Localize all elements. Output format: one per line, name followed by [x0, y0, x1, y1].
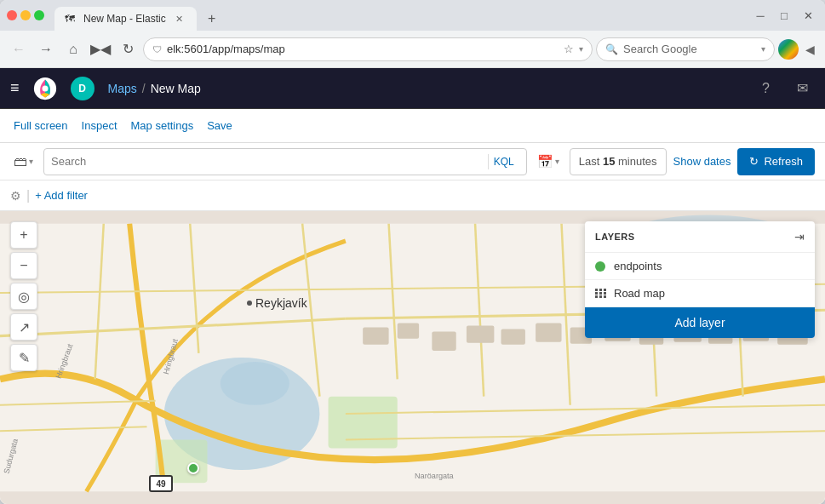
breadcrumb: Maps / New Map	[108, 82, 201, 95]
svg-rect-27	[501, 329, 525, 345]
bookmark-button[interactable]: ☆	[564, 43, 574, 55]
close-win-button[interactable]: ✕	[798, 5, 818, 26]
search-bar[interactable]: 🔍 Search Google ▾	[596, 37, 775, 61]
kibana-logo	[33, 77, 57, 100]
svg-rect-6	[329, 397, 398, 449]
search-input[interactable]	[51, 155, 479, 168]
back-button[interactable]: ←	[7, 37, 31, 61]
nav-extra-button[interactable]: ◀	[802, 39, 818, 60]
show-dates-button[interactable]: Show dates	[673, 155, 731, 168]
restore-win-button[interactable]: □	[774, 5, 794, 26]
calendar-icon: 📅	[537, 154, 553, 169]
query-bar: 🗃 ▾ KQL 📅 ▾ Last 15 minutes Show dates ↻…	[0, 143, 825, 180]
road-map-layer-name: Road map	[614, 287, 665, 300]
kibana-header: ≡ D Maps / New Map ? ✉	[0, 68, 825, 109]
browser-tab[interactable]: 🗺 New Map - Elastic ✕	[54, 7, 197, 31]
refresh-icon: ↻	[749, 155, 759, 168]
breadcrumb-current: New Map	[151, 82, 201, 95]
address-dropdown-button[interactable]: ▾	[579, 44, 583, 54]
refresh-label: Refresh	[764, 155, 803, 168]
title-bar: 🗺 New Map - Elastic ✕ + ─ □ ✕	[0, 0, 825, 31]
search-dropdown-button[interactable]: ▾	[761, 44, 765, 54]
new-tab-button[interactable]: +	[200, 7, 224, 31]
svg-point-1	[42, 85, 48, 91]
add-filter-button[interactable]: + Add filter	[35, 189, 88, 202]
map-settings-link[interactable]: Map settings	[131, 119, 194, 132]
time-filter[interactable]: Last 15 minutes	[570, 148, 667, 175]
mail-icon-button[interactable]: ✉	[790, 77, 815, 100]
map-controls: + − ◎ ↗ ✎	[10, 221, 37, 371]
refresh-button[interactable]: ↻ Refresh	[737, 148, 815, 175]
user-badge[interactable]: D	[71, 77, 95, 100]
breadcrumb-maps-link[interactable]: Maps	[108, 82, 137, 95]
zoom-in-button[interactable]: +	[10, 221, 37, 249]
inspect-link[interactable]: Inspect	[82, 119, 117, 132]
app-content: ≡ D Maps / New Map ? ✉ Full	[0, 68, 825, 504]
security-icon: 🛡	[152, 44, 162, 54]
calendar-dropdown[interactable]: 📅 ▾	[534, 151, 563, 173]
minimize-win-button[interactable]: ─	[750, 5, 771, 26]
window-controls	[7, 10, 44, 20]
reload-button[interactable]: ↻	[116, 37, 140, 61]
filter-icon: ⚙	[10, 189, 21, 203]
nav-bar: ← → ⌂ ▶◀ ↻ 🛡 elk:5601/app/maps/map ☆ ▾ 🔍…	[0, 31, 825, 68]
minimize-button[interactable]	[20, 10, 31, 20]
draw-button[interactable]: ✎	[10, 344, 37, 371]
svg-point-4	[221, 362, 289, 405]
search-icon: 🔍	[605, 43, 618, 55]
road-map-layer-icon	[595, 289, 605, 299]
svg-text:Naröargata: Naröargata	[415, 472, 455, 480]
road-sign: 49	[149, 475, 173, 492]
tab-close-button[interactable]: ✕	[173, 12, 186, 26]
svg-rect-25	[432, 332, 455, 351]
search-input-wrap: KQL	[43, 148, 527, 175]
expand-button[interactable]: ↗	[10, 313, 37, 341]
layers-header: LAYERS ⇥	[585, 221, 815, 253]
layers-panel: LAYERS ⇥ endpoints Road map Add layer	[585, 221, 815, 338]
profile-avatar[interactable]	[778, 39, 799, 60]
maximize-button[interactable]	[34, 10, 44, 20]
svg-rect-23	[363, 327, 388, 344]
svg-rect-24	[398, 323, 419, 338]
endpoints-layer-dot	[595, 261, 605, 272]
svg-rect-28	[536, 323, 561, 341]
tab-favicon: 🗺	[65, 13, 77, 25]
add-layer-button[interactable]: Add layer	[585, 307, 815, 338]
fullscreen-link[interactable]: Full screen	[14, 119, 68, 132]
history-back-button[interactable]: ▶◀	[89, 37, 112, 61]
svg-rect-26	[467, 325, 494, 342]
filter-bar: ⚙ | + Add filter	[0, 180, 825, 211]
url-text: elk:5601/app/maps/map	[167, 43, 559, 55]
close-button[interactable]	[7, 10, 17, 20]
data-source-icon: 🗃	[14, 154, 27, 169]
address-bar[interactable]: 🛡 elk:5601/app/maps/map ☆ ▾	[143, 37, 593, 61]
data-source-chevron: ▾	[29, 157, 33, 166]
map-area[interactable]: Hringbraut Hringbraut Naröargata Sudurga…	[0, 211, 825, 504]
search-placeholder-text: Search Google	[623, 43, 756, 55]
tab-title: New Map - Elastic	[83, 13, 166, 25]
endpoint-marker	[187, 462, 199, 474]
layers-menu-button[interactable]: ⇥	[794, 230, 805, 243]
time-filter-text: Last 15 minutes	[579, 155, 657, 168]
zoom-out-button[interactable]: −	[10, 252, 37, 279]
kql-badge[interactable]: KQL	[488, 154, 519, 169]
breadcrumb-separator: /	[142, 82, 146, 95]
forward-button[interactable]: →	[34, 37, 58, 61]
layer-item-road-map[interactable]: Road map	[585, 280, 815, 307]
home-button[interactable]: ⌂	[61, 37, 85, 61]
fit-bounds-button[interactable]: ◎	[10, 283, 37, 310]
filter-separator: |	[26, 188, 30, 203]
data-source-dropdown[interactable]: 🗃 ▾	[10, 151, 37, 173]
calendar-chevron: ▾	[555, 157, 559, 166]
app-toolbar: Full screen Inspect Map settings Save	[0, 109, 825, 143]
tabs-bar: 🗺 New Map - Elastic ✕ +	[54, 0, 747, 31]
endpoints-layer-name: endpoints	[614, 260, 662, 272]
layers-title: LAYERS	[595, 232, 635, 242]
save-link[interactable]: Save	[207, 119, 232, 132]
hamburger-menu-button[interactable]: ≡	[10, 79, 20, 97]
layer-item-endpoints[interactable]: endpoints	[585, 253, 815, 280]
help-icon-button[interactable]: ?	[755, 77, 776, 100]
